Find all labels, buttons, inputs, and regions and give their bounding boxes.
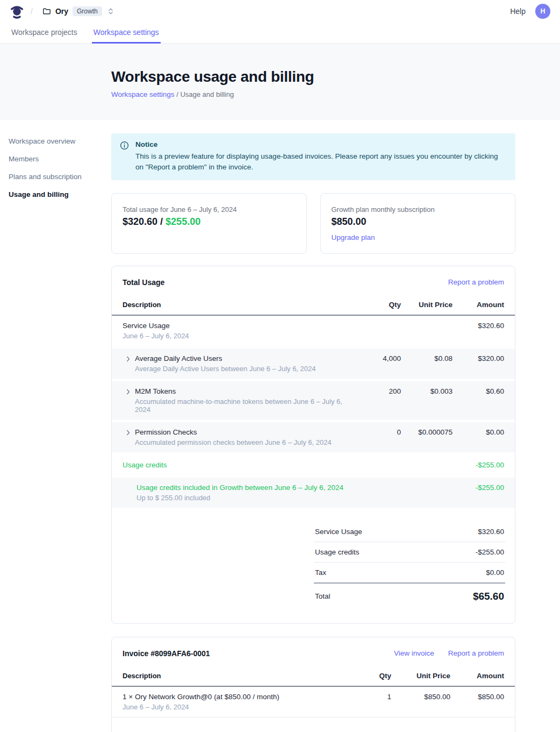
usage-totals: Service Usage $320.60 Usage credits -$25… [314, 522, 505, 608]
sidebar-item-plans-and-subscription[interactable]: Plans and subscription [9, 172, 103, 182]
row-amount: $320.60 [453, 322, 504, 330]
table-row-permission-checks[interactable]: Permission Checks Accumulated permission… [112, 422, 515, 452]
total-usage-label: Total usage for June 6 – July 6, 2024 [123, 205, 296, 214]
sidebar-item-usage-and-billing[interactable]: Usage and billing [9, 189, 103, 200]
total-usage-card: Total usage for June 6 – July 6, 2024 $3… [111, 193, 307, 254]
totals-row-total: Total $65.60 [314, 584, 505, 608]
totals-row-usage-credits: Usage credits -$255.00 [314, 542, 505, 563]
col-qty: Qty [356, 301, 401, 309]
totals-value: $65.60 [473, 591, 504, 602]
col-unit-price: Unit Price [391, 672, 450, 680]
row-amount: $320.00 [453, 354, 504, 363]
breadcrumb-settings-link[interactable]: Workspace settings [111, 90, 175, 98]
workspace-name: Ory [55, 7, 68, 16]
row-amount: -$255.00 [453, 484, 504, 492]
usage-table-header: Description Qty Unit Price Amount [112, 295, 515, 316]
row-subtitle: Up to $ 255.00 included [137, 494, 343, 502]
col-amount: Amount [453, 301, 504, 309]
tab-workspace-settings[interactable]: Workspace settings [92, 23, 161, 44]
row-title: Usage credits [123, 461, 167, 469]
col-description: Description [123, 672, 359, 680]
row-qty: 1 [359, 693, 391, 701]
chevron-right-icon[interactable] [126, 356, 131, 362]
help-link[interactable]: Help [510, 7, 526, 16]
notice-banner: Notice This is a preview feature for dis… [111, 133, 515, 180]
row-qty: 0 [356, 428, 401, 436]
row-qty: 200 [356, 387, 401, 395]
row-unit-price: $0.08 [401, 354, 453, 363]
page-title: Workspace usage and billing [111, 68, 560, 86]
row-subtitle: Accumulated machine-to-machine tokens be… [135, 397, 356, 414]
workspace-switcher[interactable]: Ory Growth [42, 6, 114, 16]
notice-body: This is a preview feature for displaying… [135, 151, 507, 173]
row-title: 1 × Ory Network Growth@0 (at $850.00 / m… [123, 693, 279, 701]
report-problem-link[interactable]: Report a problem [448, 649, 504, 657]
breadcrumb: Workspace settings / Usage and billing [111, 90, 560, 98]
workspace-tabs: Workspace projects Workspace settings [0, 23, 560, 44]
row-title: Permission Checks [135, 428, 332, 436]
top-bar: / Ory Growth Help H [0, 0, 560, 23]
view-invoice-link[interactable]: View invoice [394, 649, 434, 657]
table-row-service-usage: Service Usage June 6 – July 6, 2024 $320… [112, 316, 515, 346]
row-amount: $850.00 [450, 693, 504, 701]
usage-amount: $320.60 [123, 216, 157, 227]
row-unit-price: $0.003 [401, 387, 453, 395]
main-content: Notice This is a preview feature for dis… [111, 120, 515, 732]
page-header: Workspace usage and billing Workspace se… [0, 44, 560, 120]
upgrade-plan-link[interactable]: Upgrade plan [332, 233, 375, 241]
totals-label: Total [315, 592, 331, 600]
user-avatar[interactable]: H [535, 4, 550, 19]
notice-title: Notice [135, 140, 507, 148]
row-title: Service Usage [123, 322, 189, 330]
col-qty: Qty [359, 672, 391, 680]
row-amount: -$255.00 [453, 461, 504, 469]
total-usage-value: $320.60 / $255.00 [123, 216, 296, 228]
row-amount: $0.00 [453, 428, 504, 436]
plan-subscription-card: Growth plan monthly subscription $850.00… [320, 193, 516, 254]
row-subtitle: Average Daily Active Users between June … [135, 365, 316, 373]
plan-value: $850.00 [332, 216, 505, 228]
totals-row-service-usage: Service Usage $320.60 [314, 522, 505, 542]
table-row-usage-credits-detail: Usage credits included in Growth between… [112, 478, 515, 508]
invoice-card: Invoice #8099AFA6-0001 View invoice Repo… [111, 637, 515, 732]
totals-label: Usage credits [315, 548, 360, 556]
row-subtitle: June 6 – July 6, 2024 [123, 332, 189, 340]
row-title: Usage credits included in Growth between… [137, 484, 343, 492]
usage-card-title: Total Usage [123, 278, 434, 287]
invoice-line-item: 1 × Ory Network Growth@0 (at $850.00 / m… [112, 687, 515, 717]
usage-invoice-card: Total Usage Report a problem Description… [111, 266, 515, 624]
chevron-right-icon[interactable] [126, 430, 131, 436]
table-row-adau[interactable]: Average Daily Active Users Average Daily… [112, 349, 515, 379]
plan-label: Growth plan monthly subscription [332, 205, 505, 214]
totals-row-tax: Tax $0.00 [314, 563, 505, 584]
invoice-title: Invoice #8099AFA6-0001 [123, 649, 380, 658]
ory-logo-icon[interactable] [10, 4, 24, 19]
breadcrumb-current: / Usage and billing [176, 90, 234, 98]
col-description: Description [123, 301, 356, 309]
table-row-m2m-tokens[interactable]: M2M Tokens Accumulated machine-to-machin… [112, 381, 515, 420]
breadcrumb-separator: / [31, 7, 33, 16]
row-qty: 4,000 [356, 354, 401, 363]
info-icon [120, 141, 129, 173]
sidebar-item-members[interactable]: Members [9, 154, 103, 164]
table-row-usage-credits: Usage credits -$255.00 [112, 455, 515, 475]
totals-label: Service Usage [315, 528, 362, 536]
col-unit-price: Unit Price [401, 301, 453, 309]
col-amount: Amount [450, 672, 504, 680]
selector-chevrons-icon[interactable] [107, 8, 114, 15]
row-unit-price: $850.00 [391, 693, 450, 701]
sidebar-item-workspace-overview[interactable]: Workspace overview [9, 136, 103, 146]
row-amount: $0.60 [453, 387, 504, 395]
settings-sidebar: Workspace overview Members Plans and sub… [0, 120, 111, 216]
usage-credit-amount: $255.00 [166, 216, 200, 227]
totals-value: $0.00 [486, 568, 504, 577]
tab-workspace-projects[interactable]: Workspace projects [10, 23, 79, 44]
row-title: Average Daily Active Users [135, 354, 316, 363]
chevron-right-icon[interactable] [126, 389, 131, 395]
totals-label: Tax [315, 568, 326, 577]
invoice-table-header: Description Qty Unit Price Amount [112, 666, 515, 687]
report-problem-link[interactable]: Report a problem [448, 278, 504, 286]
row-title: M2M Tokens [135, 387, 356, 395]
row-subtitle: Accumulated permission checks between Ju… [135, 438, 332, 446]
usage-amount-separator: / [157, 216, 166, 227]
